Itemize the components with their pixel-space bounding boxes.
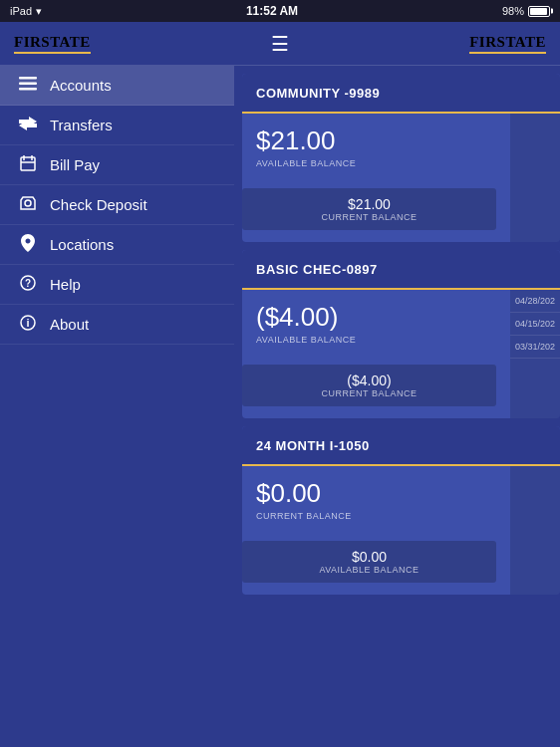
transaction-date-3: 03/31/202 (510, 336, 560, 359)
svg-point-9 (25, 200, 31, 206)
current-box-community: $21.00 CURRENT BALANCE (242, 188, 496, 230)
account-name-24month: 24 Month I-1050 (256, 438, 370, 453)
sidebar-item-checkdeposit[interactable]: Check Deposit (0, 185, 234, 225)
account-card-24month[interactable]: 24 Month I-1050 $0.00 CURRENT BALANCE $0… (242, 426, 560, 595)
app-header: FIRSTATE ☰ FIRSTATE (0, 22, 560, 66)
svg-rect-1 (19, 83, 37, 86)
account-main-community: $21.00 AVAILABLE BALANCE (242, 114, 510, 180)
account-name-community: COMMUNITY -9989 (256, 86, 380, 101)
transaction-date-2: 04/15/202 (510, 313, 560, 336)
help-icon: ? (18, 275, 38, 294)
transaction-date-1: 04/28/202 (510, 290, 560, 313)
device-label: iPad (10, 5, 32, 17)
status-left: iPad ▾ (10, 5, 42, 18)
available-label-community: AVAILABLE BALANCE (256, 158, 496, 168)
main-layout: Accounts Transfers Bill Pay (0, 66, 560, 747)
account-side-24month (510, 466, 560, 595)
sidebar-label-billpay: Bill Pay (50, 156, 100, 173)
locations-icon (18, 234, 38, 255)
checkdeposit-icon (18, 196, 38, 213)
current-box-24month: $0.00 AVAILABLE BALANCE (242, 541, 496, 583)
sidebar-label-transfers: Transfers (50, 117, 113, 133)
wifi-icon: ▾ (36, 5, 42, 18)
sidebar: Accounts Transfers Bill Pay (0, 66, 234, 747)
status-time: 11:52 AM (246, 4, 298, 18)
current-box-basic: ($4.00) CURRENT BALANCE (242, 365, 496, 406)
sidebar-item-accounts[interactable]: Accounts (0, 66, 234, 106)
account-main-basic: ($4.00) AVAILABLE BALANCE (242, 290, 510, 357)
current-label-24month: AVAILABLE BALANCE (256, 565, 482, 575)
account-main-24month: $0.00 CURRENT BALANCE (242, 466, 510, 533)
sidebar-item-help[interactable]: ? Help (0, 265, 234, 305)
svg-text:i: i (26, 317, 29, 329)
svg-rect-0 (19, 77, 37, 80)
sidebar-label-checkdeposit: Check Deposit (50, 196, 147, 213)
svg-rect-2 (19, 88, 37, 91)
status-bar: iPad ▾ 11:52 AM 98% (0, 0, 560, 22)
current-amount-24month: $0.00 (256, 549, 482, 565)
sidebar-item-about[interactable]: i About (0, 305, 234, 345)
available-balance-basic: ($4.00) (256, 302, 496, 333)
available-label-24month: CURRENT BALANCE (256, 511, 496, 521)
account-header-community: COMMUNITY -9989 (242, 74, 560, 114)
sidebar-label-accounts: Accounts (50, 77, 112, 94)
svg-text:?: ? (25, 278, 31, 289)
status-right: 98% (502, 5, 550, 17)
current-label-basic: CURRENT BALANCE (256, 388, 482, 398)
header-logo-left: FIRSTATE (14, 34, 91, 54)
available-label-basic: AVAILABLE BALANCE (256, 335, 496, 345)
account-card-community[interactable]: COMMUNITY -9989 $21.00 AVAILABLE BALANCE… (242, 74, 560, 242)
battery-percent: 98% (502, 5, 524, 17)
sidebar-label-help: Help (50, 276, 81, 293)
accounts-content: COMMUNITY -9989 $21.00 AVAILABLE BALANCE… (234, 66, 560, 747)
transfers-icon (18, 117, 38, 133)
current-label-community: CURRENT BALANCE (256, 212, 482, 222)
current-amount-community: $21.00 (256, 196, 482, 212)
account-name-basic: Basic Chec-0897 (256, 262, 378, 277)
sidebar-label-about: About (50, 316, 89, 333)
account-body-community: $21.00 AVAILABLE BALANCE $21.00 CURRENT … (242, 114, 560, 242)
accounts-icon (18, 77, 38, 94)
hamburger-button[interactable]: ☰ (271, 32, 289, 56)
account-body-24month: $0.00 CURRENT BALANCE $0.00 AVAILABLE BA… (242, 466, 560, 595)
svg-rect-5 (21, 157, 35, 170)
sidebar-item-transfers[interactable]: Transfers (0, 106, 234, 145)
account-header-basic: Basic Chec-0897 (242, 250, 560, 290)
account-card-basic[interactable]: Basic Chec-0897 ($4.00) AVAILABLE BALANC… (242, 250, 560, 418)
about-icon: i (18, 315, 38, 334)
sidebar-item-billpay[interactable]: Bill Pay (0, 145, 234, 185)
account-body-basic: ($4.00) AVAILABLE BALANCE ($4.00) CURREN… (242, 290, 560, 418)
sidebar-label-locations: Locations (50, 236, 114, 253)
available-balance-community: $21.00 (256, 125, 496, 156)
billpay-icon (18, 155, 38, 174)
sidebar-item-locations[interactable]: Locations (0, 225, 234, 265)
account-side-basic: 04/28/202 04/15/202 03/31/202 (510, 290, 560, 418)
available-balance-24month: $0.00 (256, 478, 496, 509)
header-logo-right: FIRSTATE (469, 34, 546, 54)
battery-icon (528, 6, 550, 17)
account-side-community (510, 114, 560, 242)
current-amount-basic: ($4.00) (256, 373, 482, 388)
hamburger-icon: ☰ (271, 33, 289, 55)
account-header-24month: 24 Month I-1050 (242, 426, 560, 466)
